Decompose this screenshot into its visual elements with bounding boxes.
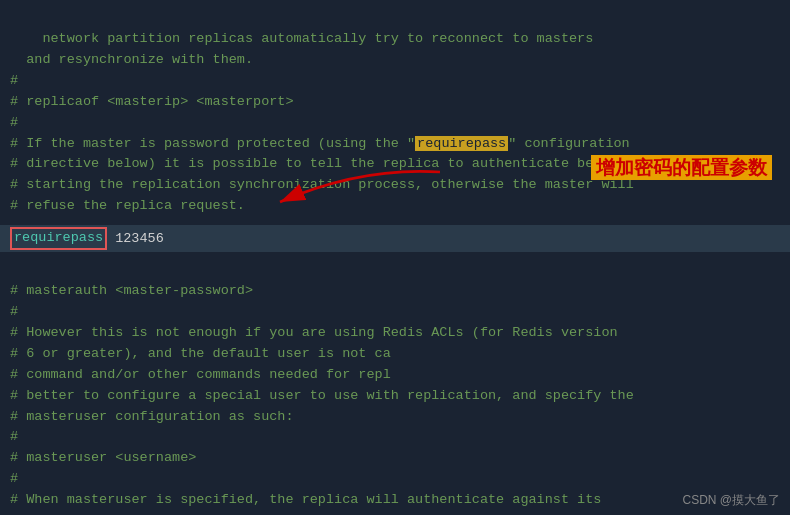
line-masteruser-tag: # masteruser <username> — [10, 450, 196, 465]
line-when-masteruser: # When masteruser is specified, the repl… — [10, 492, 601, 507]
requirepass-keyword-box: requirepass — [10, 227, 107, 250]
line-blank3: # — [10, 471, 18, 486]
line-1: network partition replicas automatically… — [26, 31, 593, 46]
line-command: # command and/or other commands needed f… — [10, 367, 553, 382]
watermark: CSDN @摸大鱼了 — [682, 492, 780, 509]
line-2: and resynchronize with them. — [10, 52, 253, 67]
annotation-text: 增加密码的配置参数 — [591, 155, 772, 180]
active-requirepass-line: requirepass 123456 — [0, 225, 790, 252]
requirepass-value: 123456 — [115, 231, 164, 246]
line-however: # However this is not enough if you are … — [10, 325, 618, 340]
code-content-2: # masterauth <master-password> # # Howev… — [0, 252, 790, 515]
line-blank2: # — [10, 429, 18, 444]
annotation-container: 增加密码的配置参数 — [591, 155, 772, 181]
line-blank1: # — [10, 304, 18, 319]
annotation-arrow — [260, 162, 460, 222]
line-5: # — [10, 115, 18, 130]
line-6orgreater: # 6 or greater), and the default user is… — [10, 346, 553, 361]
requirepass-highlight: requirepass — [415, 136, 508, 151]
line-better: # better to configure a special user to … — [10, 388, 634, 403]
line-masterauth: # masterauth <master-password> — [10, 283, 253, 298]
line-3: # — [10, 73, 18, 88]
line-6: # If the master is password protected (u… — [10, 136, 630, 151]
line-4: # replicaof <masterip> <masterport> — [10, 94, 294, 109]
line-9: # refuse the replica request. — [10, 198, 245, 213]
line-masteruser-config: # masteruser configuration as such: — [10, 409, 294, 424]
